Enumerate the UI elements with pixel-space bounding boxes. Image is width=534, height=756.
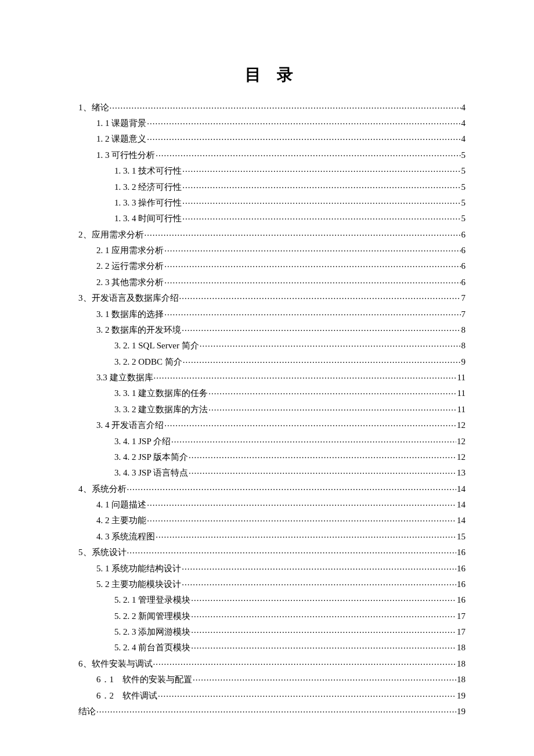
toc-entry-page: 14 (457, 485, 466, 494)
toc-entry[interactable]: 1. 1 课题背景4 (78, 114, 466, 130)
toc-entry-page: 8 (461, 326, 466, 334)
toc-entry-label: 3. 2 数据库的开发环境 (96, 326, 181, 334)
toc-leader-dots (189, 467, 456, 476)
toc-entry-page: 12 (457, 421, 466, 430)
toc-entry[interactable]: 2. 1 应用需求分析6 (78, 242, 466, 257)
toc-entry-page: 16 (457, 596, 466, 604)
toc-entry[interactable]: 3. 4 开发语言介绍12 (78, 417, 466, 433)
toc-entry-label: 3. 2. 2 ODBC 简介 (114, 358, 182, 366)
toc-leader-dots (182, 181, 460, 190)
toc-entry-label: 5. 2. 2 新闻管理模块 (114, 612, 190, 621)
toc-entry[interactable]: 1、绪论4 (78, 99, 466, 114)
toc-entry[interactable]: 3. 2. 2 ODBC 简介9 (78, 353, 466, 369)
toc-entry-label: 4. 3 系统流程图 (96, 532, 155, 541)
toc-entry[interactable]: 3.3 建立数据库11 (78, 369, 466, 384)
toc-entry-label: 3. 4. 3 JSP 语言特点 (114, 469, 188, 477)
toc-leader-dots (193, 674, 456, 682)
toc-entry-page: 5 (461, 151, 466, 160)
toc-entry-page: 11 (457, 405, 466, 414)
toc-entry[interactable]: 3. 4. 3 JSP 语言特点13 (78, 465, 466, 480)
toc-entry[interactable]: 2、应用需求分析6 (78, 226, 466, 242)
toc-entry[interactable]: 3. 2 数据库的开发环境8 (78, 321, 466, 337)
toc-entry[interactable]: 5. 2. 4 前台首页模块18 (78, 639, 466, 655)
toc-leader-dots (164, 276, 460, 285)
toc-entry[interactable]: 1. 2 课题意义4 (78, 131, 466, 146)
toc-entry-label: 5. 2. 4 前台首页模块 (114, 643, 190, 652)
toc-entry[interactable]: 5. 2. 3 添加网游模块17 (78, 623, 466, 639)
toc-entry-page: 15 (457, 532, 466, 541)
toc-entry-page: 13 (457, 469, 466, 477)
toc-entry[interactable]: 1. 3. 1 技术可行性5 (78, 163, 466, 178)
toc-entry-label: 3. 4. 2 JSP 版本简介 (114, 453, 188, 462)
toc-leader-dots (191, 626, 456, 635)
toc-entry[interactable]: 4、系统分析14 (78, 480, 466, 496)
toc-entry-page: 7 (461, 310, 466, 319)
toc-entry-label: 3.3 建立数据库 (96, 373, 153, 382)
toc-entry[interactable]: 4. 2 主要功能14 (78, 512, 466, 528)
toc-entry[interactable]: 2. 2 运行需求分析6 (78, 258, 466, 273)
toc-entry-page: 5 (461, 214, 466, 223)
toc-entry[interactable]: 5. 2. 2 新闻管理模块17 (78, 607, 466, 623)
toc-leader-dots (147, 514, 456, 523)
toc-entry-page: 6 (461, 278, 466, 287)
toc-leader-dots (182, 324, 460, 333)
toc-entry[interactable]: 3. 4. 1 JSP 介绍12 (78, 433, 466, 448)
toc-entry-page: 16 (457, 580, 466, 589)
toc-entry[interactable]: 5、系统设计16 (78, 544, 466, 560)
toc-leader-dots (191, 642, 456, 650)
toc-entry[interactable]: 5. 2 主要功能模块设计16 (78, 575, 466, 591)
toc-entry[interactable]: 3. 4. 2 JSP 版本简介12 (78, 448, 466, 464)
toc-leader-dots (110, 102, 461, 110)
toc-leader-dots (164, 244, 460, 253)
toc-entry[interactable]: 5. 2. 1 管理登录模块16 (78, 592, 466, 607)
toc-entry-page: 5 (461, 167, 466, 175)
toc-entry[interactable]: 5. 1 系统功能结构设计16 (78, 560, 466, 575)
toc-leader-dots (158, 690, 456, 699)
toc-entry-page: 7 (461, 294, 466, 303)
toc-entry-label: 5. 2. 3 添加网游模块 (114, 628, 190, 636)
toc-entry-page: 4 (461, 103, 466, 112)
toc-entry-label: 6．1 软件的安装与配置 (96, 675, 192, 684)
toc-entry-page: 6 (461, 231, 466, 239)
toc-entry[interactable]: 4. 3 系统流程图15 (78, 528, 466, 543)
toc-title: 目 录 (78, 64, 466, 86)
toc-leader-dots (208, 387, 456, 396)
toc-leader-dots (182, 563, 456, 571)
toc-entry-page: 17 (457, 612, 466, 621)
toc-leader-dots (154, 372, 457, 380)
toc-entry[interactable]: 结论19 (78, 703, 466, 718)
toc-entry-label: 5、系统设计 (78, 548, 127, 557)
toc-entry[interactable]: 3. 3. 2 建立数据库的方法11 (78, 401, 466, 416)
toc-entry-page: 9 (461, 358, 466, 366)
toc-entry[interactable]: 6．2 软件调试19 (78, 687, 466, 703)
toc-entry[interactable]: 6．1 软件的安装与配置18 (78, 671, 466, 687)
toc-entry[interactable]: 3、开发语言及数据库介绍7 (78, 290, 466, 305)
toc-entry-label: 6、软件安装与调试 (78, 660, 153, 668)
toc-entry[interactable]: 1. 3. 3 操作可行性5 (78, 194, 466, 210)
toc-entry[interactable]: 4. 1 问题描述14 (78, 496, 466, 512)
toc-entry-label: 3. 1 数据库的选择 (96, 310, 164, 319)
toc-leader-dots (179, 292, 461, 301)
toc-leader-dots (156, 531, 456, 539)
toc-entry-label: 5. 2. 1 管理登录模块 (114, 596, 190, 604)
toc-entry[interactable]: 2. 3 其他需求分析6 (78, 273, 466, 289)
toc-leader-dots (183, 356, 461, 365)
toc-entry-page: 12 (457, 453, 466, 462)
toc-entry[interactable]: 1. 3. 4 时间可行性5 (78, 210, 466, 226)
toc-entry[interactable]: 3. 3. 1 建立数据库的任务11 (78, 385, 466, 401)
toc-entry[interactable]: 1. 3. 2 经济可行性5 (78, 178, 466, 194)
toc-leader-dots (147, 117, 460, 126)
toc-leader-dots (96, 705, 456, 714)
toc-entry-label: 1、绪论 (78, 103, 109, 112)
toc-leader-dots (171, 435, 456, 444)
toc-entry[interactable]: 3. 2. 1 SQL Server 简介8 (78, 337, 466, 353)
toc-entry[interactable]: 6、软件安装与调试18 (78, 655, 466, 671)
toc-entry[interactable]: 1. 3 可行性分析5 (78, 146, 466, 162)
toc-leader-dots (153, 658, 457, 667)
toc-entry-label: 4. 2 主要功能 (96, 516, 146, 525)
toc-leader-dots (191, 610, 456, 619)
toc-leader-dots (127, 483, 457, 492)
toc-entry-page: 6 (461, 246, 466, 255)
toc-entry-label: 2. 1 应用需求分析 (96, 246, 164, 255)
toc-entry[interactable]: 3. 1 数据库的选择7 (78, 305, 466, 321)
